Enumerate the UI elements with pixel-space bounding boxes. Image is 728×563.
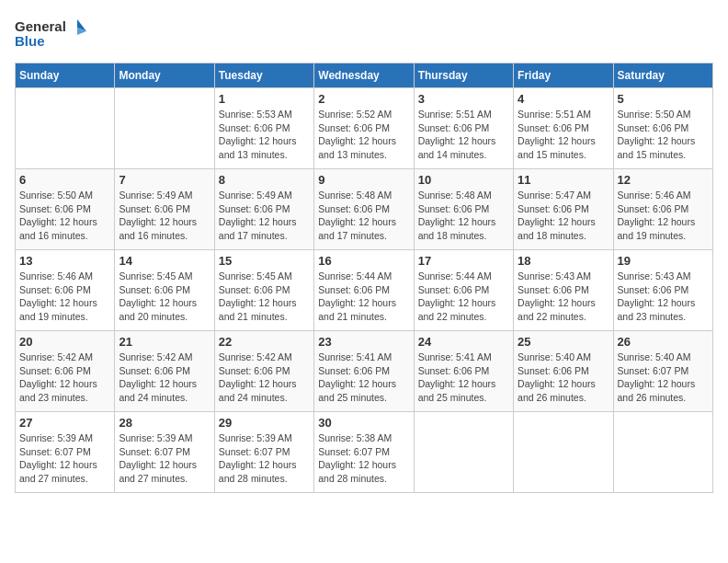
day-number: 26 [618,335,709,349]
day-info: Sunrise: 5:43 AMSunset: 6:06 PMDaylight:… [618,270,709,324]
calendar-cell: 17Sunrise: 5:44 AMSunset: 6:06 PMDayligh… [414,250,513,331]
day-info: Sunrise: 5:42 AMSunset: 6:06 PMDaylight:… [219,350,310,405]
day-number: 7 [119,173,210,187]
day-number: 4 [518,92,609,106]
calendar-cell: 22Sunrise: 5:42 AMSunset: 6:06 PMDayligh… [214,331,313,412]
day-info: Sunrise: 5:42 AMSunset: 6:06 PMDaylight:… [19,350,110,405]
day-info: Sunrise: 5:38 AMSunset: 6:07 PMDaylight:… [318,431,409,486]
calendar-cell: 15Sunrise: 5:45 AMSunset: 6:06 PMDayligh… [214,250,313,331]
weekday-header-friday: Friday [514,63,613,88]
day-number: 12 [618,173,709,187]
weekday-header-saturday: Saturday [613,63,712,88]
day-info: Sunrise: 5:42 AMSunset: 6:06 PMDaylight:… [119,350,210,405]
calendar-cell: 2Sunrise: 5:52 AMSunset: 6:06 PMDaylight… [314,88,414,169]
calendar-cell: 21Sunrise: 5:42 AMSunset: 6:06 PMDayligh… [115,331,214,412]
weekday-header-tuesday: Tuesday [214,63,313,88]
weekday-header-row: SundayMondayTuesdayWednesdayThursdayFrid… [16,63,713,88]
day-number: 27 [19,416,110,430]
day-number: 24 [418,335,509,349]
day-info: Sunrise: 5:45 AMSunset: 6:06 PMDaylight:… [119,270,210,324]
day-info: Sunrise: 5:40 AMSunset: 6:06 PMDaylight:… [518,350,609,405]
day-number: 30 [318,416,409,430]
day-number: 20 [19,335,110,349]
weekday-header-sunday: Sunday [16,63,115,88]
calendar-week-1: 1Sunrise: 5:53 AMSunset: 6:06 PMDaylight… [16,88,713,169]
day-info: Sunrise: 5:48 AMSunset: 6:06 PMDaylight:… [418,189,509,243]
day-number: 13 [19,254,110,268]
day-info: Sunrise: 5:52 AMSunset: 6:06 PMDaylight:… [318,108,409,162]
day-number: 1 [219,92,310,106]
calendar-cell: 9Sunrise: 5:48 AMSunset: 6:06 PMDaylight… [314,169,414,250]
calendar-cell [514,412,613,493]
day-info: Sunrise: 5:49 AMSunset: 6:06 PMDaylight:… [119,189,210,243]
calendar-cell: 11Sunrise: 5:47 AMSunset: 6:06 PMDayligh… [514,169,613,250]
svg-text:Blue: Blue [15,33,45,49]
day-info: Sunrise: 5:50 AMSunset: 6:06 PMDaylight:… [618,108,709,162]
day-info: Sunrise: 5:43 AMSunset: 6:06 PMDaylight:… [518,270,609,324]
calendar-cell: 1Sunrise: 5:53 AMSunset: 6:06 PMDaylight… [214,88,313,169]
day-number: 29 [219,416,310,430]
day-info: Sunrise: 5:41 AMSunset: 6:06 PMDaylight:… [318,350,409,405]
day-number: 14 [119,254,210,268]
day-info: Sunrise: 5:45 AMSunset: 6:06 PMDaylight:… [219,270,310,324]
day-info: Sunrise: 5:49 AMSunset: 6:06 PMDaylight:… [219,189,310,243]
day-info: Sunrise: 5:44 AMSunset: 6:06 PMDaylight:… [418,270,509,324]
day-info: Sunrise: 5:39 AMSunset: 6:07 PMDaylight:… [119,431,210,486]
calendar-cell: 8Sunrise: 5:49 AMSunset: 6:06 PMDaylight… [214,169,313,250]
day-number: 25 [518,335,609,349]
calendar-cell [414,412,513,493]
day-number: 23 [318,335,409,349]
calendar-cell: 29Sunrise: 5:39 AMSunset: 6:07 PMDayligh… [214,412,313,493]
weekday-header-wednesday: Wednesday [314,63,414,88]
calendar-cell: 28Sunrise: 5:39 AMSunset: 6:07 PMDayligh… [115,412,214,493]
calendar-cell: 14Sunrise: 5:45 AMSunset: 6:06 PMDayligh… [115,250,214,331]
calendar-cell: 3Sunrise: 5:51 AMSunset: 6:06 PMDaylight… [414,88,513,169]
calendar-week-2: 6Sunrise: 5:50 AMSunset: 6:06 PMDaylight… [16,169,713,250]
day-info: Sunrise: 5:41 AMSunset: 6:06 PMDaylight:… [418,350,509,405]
day-number: 21 [119,335,210,349]
day-info: Sunrise: 5:44 AMSunset: 6:06 PMDaylight:… [318,270,409,324]
day-number: 11 [518,173,609,187]
calendar-week-3: 13Sunrise: 5:46 AMSunset: 6:06 PMDayligh… [16,250,713,331]
day-info: Sunrise: 5:47 AMSunset: 6:06 PMDaylight:… [518,189,609,243]
day-info: Sunrise: 5:50 AMSunset: 6:06 PMDaylight:… [19,189,110,243]
day-number: 10 [418,173,509,187]
calendar-cell: 26Sunrise: 5:40 AMSunset: 6:07 PMDayligh… [613,331,712,412]
day-number: 22 [219,335,310,349]
calendar-cell: 18Sunrise: 5:43 AMSunset: 6:06 PMDayligh… [514,250,613,331]
day-number: 19 [618,254,709,268]
calendar-cell: 20Sunrise: 5:42 AMSunset: 6:06 PMDayligh… [16,331,115,412]
calendar-week-4: 20Sunrise: 5:42 AMSunset: 6:06 PMDayligh… [16,331,713,412]
day-number: 28 [119,416,210,430]
calendar-cell: 25Sunrise: 5:40 AMSunset: 6:06 PMDayligh… [514,331,613,412]
calendar-cell: 24Sunrise: 5:41 AMSunset: 6:06 PMDayligh… [414,331,513,412]
day-info: Sunrise: 5:51 AMSunset: 6:06 PMDaylight:… [418,108,509,162]
day-number: 8 [219,173,310,187]
calendar-cell: 5Sunrise: 5:50 AMSunset: 6:06 PMDaylight… [613,88,712,169]
day-info: Sunrise: 5:46 AMSunset: 6:06 PMDaylight:… [618,189,709,243]
calendar-cell: 23Sunrise: 5:41 AMSunset: 6:06 PMDayligh… [314,331,414,412]
day-number: 3 [418,92,509,106]
logo-svg: GeneralBlue [15,15,88,52]
calendar-cell [115,88,214,169]
calendar-table: SundayMondayTuesdayWednesdayThursdayFrid… [15,63,713,493]
weekday-header-thursday: Thursday [414,63,513,88]
weekday-header-monday: Monday [115,63,214,88]
day-number: 6 [19,173,110,187]
day-info: Sunrise: 5:39 AMSunset: 6:07 PMDaylight:… [219,431,310,486]
calendar-cell: 7Sunrise: 5:49 AMSunset: 6:06 PMDaylight… [115,169,214,250]
calendar-cell: 4Sunrise: 5:51 AMSunset: 6:06 PMDaylight… [514,88,613,169]
day-info: Sunrise: 5:40 AMSunset: 6:07 PMDaylight:… [618,350,709,405]
calendar-cell: 16Sunrise: 5:44 AMSunset: 6:06 PMDayligh… [314,250,414,331]
day-number: 15 [219,254,310,268]
calendar-cell: 12Sunrise: 5:46 AMSunset: 6:06 PMDayligh… [613,169,712,250]
day-number: 18 [518,254,609,268]
day-info: Sunrise: 5:51 AMSunset: 6:06 PMDaylight:… [518,108,609,162]
svg-text:General: General [15,18,66,34]
day-info: Sunrise: 5:53 AMSunset: 6:06 PMDaylight:… [219,108,310,162]
day-info: Sunrise: 5:39 AMSunset: 6:07 PMDaylight:… [19,431,110,486]
calendar-cell: 13Sunrise: 5:46 AMSunset: 6:06 PMDayligh… [16,250,115,331]
calendar-cell: 30Sunrise: 5:38 AMSunset: 6:07 PMDayligh… [314,412,414,493]
day-number: 5 [618,92,709,106]
calendar-week-5: 27Sunrise: 5:39 AMSunset: 6:07 PMDayligh… [16,412,713,493]
